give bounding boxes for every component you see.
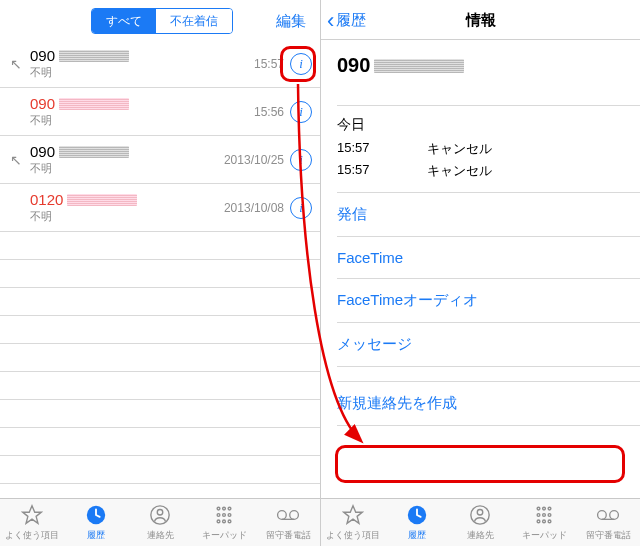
tab-label: 留守番電話 <box>586 529 631 542</box>
chevron-left-icon: ‹ <box>327 10 334 32</box>
call-row[interactable]: ↖ 090 不明 2013/10/25 i <box>0 136 320 184</box>
recents-screen: すべて 不在着信 編集 ↖ 090 不明 15:57 i 090 <box>0 0 320 546</box>
tab-label: 留守番電話 <box>266 529 311 542</box>
call-time: 2013/10/25 <box>224 153 284 167</box>
voicemail-icon <box>275 503 301 527</box>
clock-icon <box>406 503 428 527</box>
info-button[interactable]: i <box>290 197 312 219</box>
tab-voicemail[interactable]: 留守番電話 <box>576 499 640 546</box>
svg-marker-0 <box>23 506 41 523</box>
voicemail-icon <box>595 503 621 527</box>
call-number: 090 <box>30 47 55 64</box>
svg-point-25 <box>548 514 551 517</box>
svg-point-5 <box>223 507 226 510</box>
call-row[interactable]: 0120 不明 2013/10/08 i <box>0 184 320 232</box>
star-icon <box>21 503 43 527</box>
info-button[interactable]: i <box>290 53 312 75</box>
log-status: キャンセル <box>427 162 492 180</box>
tab-label: キーパッド <box>522 529 567 542</box>
call-time: 2013/10/08 <box>224 201 284 215</box>
empty-row <box>0 288 320 316</box>
info-button[interactable]: i <box>290 149 312 171</box>
call-list: ↖ 090 不明 15:57 i 090 不明 15:56 i ↖ <box>0 40 320 498</box>
tab-label: 履歴 <box>408 529 426 542</box>
star-icon <box>342 503 364 527</box>
edit-button[interactable]: 編集 <box>276 12 312 31</box>
log-status: キャンセル <box>427 140 492 158</box>
call-sub: 不明 <box>30 65 254 80</box>
filter-missed[interactable]: 不在着信 <box>156 9 232 33</box>
redaction <box>67 194 137 206</box>
svg-point-24 <box>543 514 546 517</box>
svg-point-27 <box>543 520 546 523</box>
tab-contacts[interactable]: 連絡先 <box>128 499 192 546</box>
today-label: 今日 <box>337 106 640 138</box>
tab-recents[interactable]: 履歴 <box>385 499 449 546</box>
tab-label: 連絡先 <box>467 529 494 542</box>
call-row[interactable]: 090 不明 15:56 i <box>0 88 320 136</box>
svg-point-3 <box>157 510 163 516</box>
tab-favorites[interactable]: よく使う項目 <box>321 499 385 546</box>
back-label: 履歴 <box>336 11 366 30</box>
tab-keypad[interactable]: キーパッド <box>192 499 256 546</box>
action-message[interactable]: メッセージ <box>337 322 640 367</box>
svg-point-12 <box>228 520 231 523</box>
empty-row <box>0 456 320 484</box>
log-time: 15:57 <box>337 162 427 180</box>
actions-list: 発信 FaceTime FaceTimeオーディオ メッセージ 新規連絡先を作成 <box>337 192 640 426</box>
svg-point-21 <box>543 507 546 510</box>
action-call[interactable]: 発信 <box>337 192 640 236</box>
detail-header: ‹ 履歴 情報 <box>321 0 640 40</box>
call-time: 15:56 <box>254 105 284 119</box>
tab-keypad[interactable]: キーパッド <box>512 499 576 546</box>
contact-icon <box>469 503 491 527</box>
call-number: 090 <box>30 95 55 112</box>
redaction <box>59 50 129 62</box>
redaction <box>59 146 129 158</box>
tab-bar: よく使う項目 履歴 連絡先 キーパッド 留守番電話 <box>0 498 320 546</box>
tab-label: よく使う項目 <box>5 529 59 542</box>
svg-point-8 <box>223 514 226 517</box>
back-button[interactable]: ‹ 履歴 <box>327 10 366 32</box>
filter-all[interactable]: すべて <box>92 9 156 33</box>
tab-bar: よく使う項目 履歴 連絡先 キーパッド 留守番電話 <box>321 498 640 546</box>
tab-recents[interactable]: 履歴 <box>64 499 128 546</box>
call-log-section: 今日 15:57 キャンセル 15:57 キャンセル <box>337 105 640 182</box>
empty-row <box>0 316 320 344</box>
tab-voicemail[interactable]: 留守番電話 <box>256 499 320 546</box>
redaction <box>59 98 129 110</box>
outgoing-icon: ↖ <box>10 56 22 72</box>
detail-screen: ‹ 履歴 情報 090 今日 15:57 キャンセル 15:57 キャンセル 発… <box>320 0 640 546</box>
detail-number: 090 <box>337 54 370 77</box>
tab-contacts[interactable]: 連絡先 <box>449 499 513 546</box>
recents-header: すべて 不在着信 編集 <box>0 0 320 40</box>
svg-point-22 <box>548 507 551 510</box>
keypad-icon <box>213 503 235 527</box>
svg-marker-16 <box>344 506 362 523</box>
svg-point-13 <box>278 511 287 520</box>
svg-point-7 <box>217 514 220 517</box>
empty-row <box>0 400 320 428</box>
empty-row <box>0 344 320 372</box>
svg-point-6 <box>228 507 231 510</box>
svg-point-9 <box>228 514 231 517</box>
action-facetime-audio[interactable]: FaceTimeオーディオ <box>337 278 640 322</box>
tab-favorites[interactable]: よく使う項目 <box>0 499 64 546</box>
svg-point-30 <box>610 511 619 520</box>
svg-point-23 <box>537 514 540 517</box>
log-time: 15:57 <box>337 140 427 158</box>
keypad-icon <box>533 503 555 527</box>
tab-label: 履歴 <box>87 529 105 542</box>
contact-icon <box>149 503 171 527</box>
info-button[interactable]: i <box>290 101 312 123</box>
svg-point-4 <box>217 507 220 510</box>
svg-point-10 <box>217 520 220 523</box>
action-facetime[interactable]: FaceTime <box>337 236 640 278</box>
call-row[interactable]: ↖ 090 不明 15:57 i <box>0 40 320 88</box>
action-new-contact[interactable]: 新規連絡先を作成 <box>337 381 640 426</box>
svg-point-11 <box>223 520 226 523</box>
redaction <box>374 59 464 73</box>
tab-label: キーパッド <box>202 529 247 542</box>
svg-point-28 <box>548 520 551 523</box>
empty-row <box>0 428 320 456</box>
